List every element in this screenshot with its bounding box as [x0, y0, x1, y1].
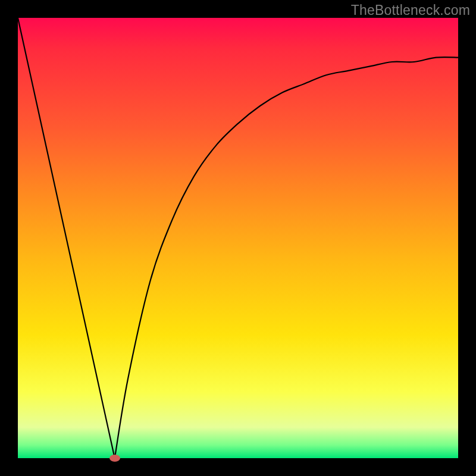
chart-frame: TheBottleneck.com [0, 0, 476, 476]
plot-area [18, 18, 458, 458]
bottleneck-curve [18, 18, 458, 458]
watermark-text: TheBottleneck.com [351, 2, 470, 18]
minimum-marker [109, 455, 120, 462]
